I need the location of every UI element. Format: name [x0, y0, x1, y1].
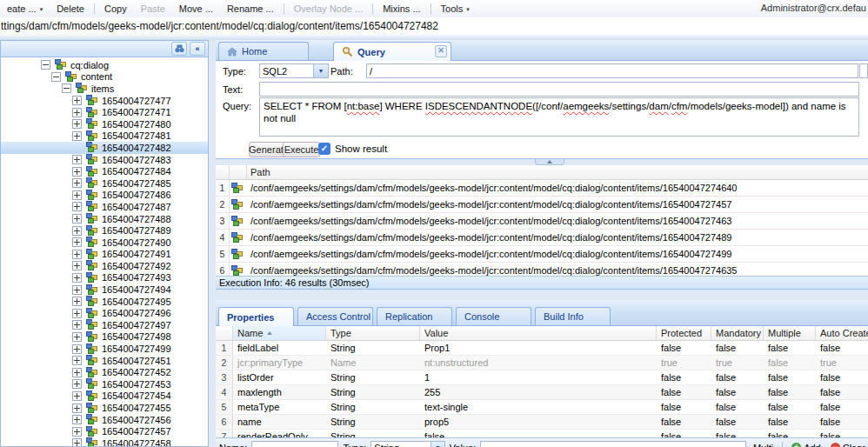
- menu-item-copy[interactable]: Copy: [97, 1, 134, 17]
- collapse-panel-button[interactable]: «: [190, 42, 205, 56]
- menu-item-delete[interactable]: Delete: [50, 1, 91, 17]
- path-browse-button[interactable]: [859, 63, 868, 78]
- tree-node-1654004727486[interactable]: 1654004727486: [1, 190, 208, 202]
- menu-item-mixins[interactable]: Mixins ...: [376, 1, 427, 17]
- property-row-name[interactable]: 6nameStringprop5falsefalsefalsefalse: [216, 415, 868, 430]
- horizontal-splitter-top[interactable]: [216, 159, 868, 165]
- show-result-checkbox[interactable]: ✓: [318, 143, 331, 155]
- tree-node-1654004727490[interactable]: 1654004727490: [1, 237, 208, 249]
- result-row[interactable]: 4/conf/aemgeeks/settings/dam/cfm/models/…: [216, 230, 868, 246]
- node-path-input[interactable]: [0, 18, 868, 35]
- menu-item-move[interactable]: Move ...: [172, 1, 220, 17]
- menu-item-overlay-node[interactable]: Overlay Node ...: [287, 1, 370, 17]
- tree-node-1654004727483[interactable]: 1654004727483: [1, 154, 208, 166]
- tree-node-1654004727491[interactable]: 1654004727491: [1, 249, 208, 261]
- expand-node-icon[interactable]: [72, 250, 82, 259]
- row-number-column-header[interactable]: [216, 165, 230, 179]
- expand-node-icon[interactable]: [72, 309, 82, 318]
- tree-node-1654004727492[interactable]: 1654004727492: [1, 260, 208, 272]
- expand-node-icon[interactable]: [72, 391, 82, 401]
- value-column-header[interactable]: Value: [420, 326, 657, 340]
- tree-node-1654004727498[interactable]: 1654004727498: [1, 331, 208, 344]
- close-tab-icon[interactable]: ✕: [435, 45, 447, 57]
- property-row-metatype[interactable]: 5metaTypeStringtext-singlefalsefalsefals…: [216, 400, 868, 415]
- expand-node-icon[interactable]: [72, 178, 82, 188]
- tree-node-1654004727458[interactable]: 1654004727458: [1, 437, 208, 447]
- expand-node-icon[interactable]: [72, 214, 82, 224]
- type-column-header[interactable]: Type: [326, 326, 420, 340]
- tree-node-1654004727471[interactable]: 1654004727471: [1, 106, 208, 118]
- tree-node-1654004727499[interactable]: 1654004727499: [1, 343, 208, 355]
- collapse-handle[interactable]: [535, 159, 564, 165]
- tree-node-1654004727481[interactable]: 1654004727481: [1, 130, 208, 143]
- row-number-column-header[interactable]: [216, 326, 233, 340]
- query-text-input[interactable]: [259, 82, 859, 97]
- expand-node-icon[interactable]: [72, 119, 82, 129]
- add-type-select[interactable]: String ▼: [371, 441, 444, 447]
- tree-node-1654004727454[interactable]: 1654004727454: [1, 390, 208, 403]
- add-property-button[interactable]: + Add: [789, 443, 824, 447]
- expand-node-icon[interactable]: [72, 438, 82, 447]
- result-row[interactable]: 1/conf/aemgeeks/settings/dam/cfm/models/…: [216, 180, 868, 197]
- add-name-input[interactable]: [251, 441, 338, 447]
- menu-item-eate[interactable]: eate ...▾: [0, 0, 50, 17]
- tree-node-1654004727457[interactable]: 1654004727457: [1, 425, 208, 437]
- execute-button[interactable]: Execute: [283, 142, 320, 157]
- tree-node-1654004727451[interactable]: 1654004727451: [1, 355, 208, 367]
- property-row-listorder[interactable]: 3listOrderString1falsefalsefalsefalse: [216, 370, 868, 385]
- tab-home[interactable]: Home: [218, 42, 309, 60]
- property-row-fieldlabel[interactable]: 1fieldLabelStringProp1falsefalsefalsefal…: [216, 341, 868, 356]
- expand-node-icon[interactable]: [72, 155, 82, 164]
- horizontal-splitter-bottom[interactable]: [216, 290, 868, 300]
- query-path-input[interactable]: [366, 63, 858, 78]
- expand-node-icon[interactable]: [72, 226, 82, 236]
- expand-node-icon[interactable]: [72, 273, 82, 283]
- property-row-renderreadonly[interactable]: 7renderReadOnlyStringfalsefalsefalsefals…: [216, 430, 868, 437]
- tree-node-1654004727494[interactable]: 1654004727494: [1, 284, 208, 296]
- tree-node-1654004727452[interactable]: 1654004727452: [1, 366, 208, 378]
- expand-node-icon[interactable]: [72, 131, 82, 141]
- result-row[interactable]: 2/conf/aemgeeks/settings/dam/cfm/models/…: [216, 197, 868, 213]
- tree-node-1654004727484[interactable]: 1654004727484: [1, 165, 208, 177]
- protected-column-header[interactable]: Protected: [657, 326, 711, 340]
- menu-item-tools[interactable]: Tools▾: [434, 0, 477, 17]
- tree-node-1654004727477[interactable]: 1654004727477: [1, 95, 208, 107]
- query-type-select[interactable]: SQL2 ▼: [259, 63, 329, 78]
- tree-node-1654004727493[interactable]: 1654004727493: [1, 272, 208, 284]
- tab-console[interactable]: Console: [456, 307, 531, 325]
- expand-node-icon[interactable]: [72, 96, 82, 105]
- tree-node-1654004727455[interactable]: 1654004727455: [1, 402, 208, 414]
- expand-node-icon[interactable]: [72, 332, 82, 342]
- multiple-column-header[interactable]: Multiple: [764, 326, 816, 340]
- tree-node-1654004727497[interactable]: 1654004727497: [1, 319, 208, 331]
- result-row[interactable]: 3/conf/aemgeeks/settings/dam/cfm/models/…: [216, 213, 868, 230]
- collapse-node-icon[interactable]: [51, 72, 61, 82]
- expand-node-icon[interactable]: [72, 415, 82, 424]
- tree-node-1654004727495[interactable]: 1654004727495: [1, 296, 208, 308]
- tree-node-1654004727456[interactable]: 1654004727456: [1, 414, 208, 426]
- expand-node-icon[interactable]: [72, 285, 82, 295]
- tree-node-cq-dialog[interactable]: cq:dialog: [1, 59, 208, 71]
- tab-build-info[interactable]: Build Info: [535, 307, 611, 325]
- expand-node-icon[interactable]: [72, 368, 82, 377]
- result-row[interactable]: 5/conf/aemgeeks/settings/dam/cfm/models/…: [216, 246, 868, 263]
- tree-search-button[interactable]: [171, 42, 187, 56]
- tree-node-1654004727482[interactable]: 1654004727482: [1, 142, 208, 154]
- tree-node-1654004727496[interactable]: 1654004727496: [1, 307, 208, 319]
- tree-node-1654004727480[interactable]: 1654004727480: [1, 118, 208, 130]
- icon-column-header[interactable]: [230, 165, 247, 179]
- expand-node-icon[interactable]: [72, 108, 82, 117]
- vertical-splitter[interactable]: [209, 40, 216, 447]
- name-column-header[interactable]: Name: [233, 326, 326, 340]
- collapse-node-icon[interactable]: [62, 83, 71, 93]
- mandatory-column-header[interactable]: Mandatory: [711, 326, 764, 340]
- collapse-node-icon[interactable]: [41, 60, 50, 70]
- tab-replication[interactable]: Replication: [377, 307, 452, 325]
- auto-created-column-header[interactable]: Auto Created: [816, 326, 868, 340]
- multi-button[interactable]: Multi: [751, 443, 776, 447]
- path-column-header[interactable]: Path: [247, 165, 868, 179]
- property-row-jcr-primarytype[interactable]: 2jcr:primaryTypeNament:unstructuredtruet…: [216, 356, 868, 370]
- query-statement-textarea[interactable]: SELECT * FROM [nt:base] WHERE ISDESCENDA…: [259, 97, 859, 137]
- expand-node-icon[interactable]: [72, 190, 82, 200]
- expand-node-icon[interactable]: [72, 404, 82, 413]
